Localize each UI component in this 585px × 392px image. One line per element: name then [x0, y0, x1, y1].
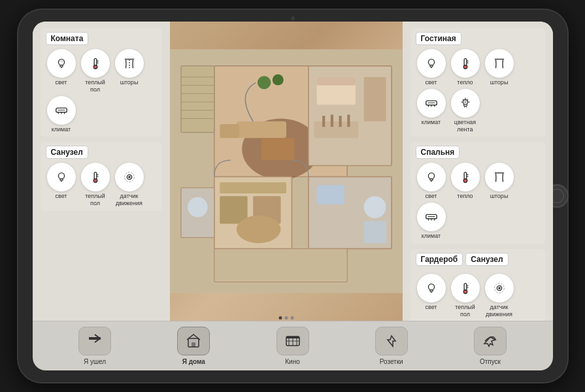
svg-rect-44	[316, 185, 344, 204]
svg-line-75	[462, 99, 463, 100]
svg-rect-84	[494, 172, 504, 174]
tab-rozetki-icon-wrap	[375, 327, 408, 355]
dot-1	[278, 316, 282, 319]
screen: Комната с	[33, 22, 553, 370]
tab-ya-ushel-label: Я ушел	[84, 358, 106, 365]
cinema-icon	[284, 332, 302, 350]
spalnya-shtory-btn[interactable]	[485, 163, 514, 191]
garderob-svet-btn[interactable]	[417, 274, 446, 302]
komnata-teplo-btn[interactable]	[81, 49, 110, 78]
tablet-frame: Комната с	[18, 10, 567, 382]
komnata-klimat: климат	[46, 96, 77, 133]
spalnya-klimat-btn[interactable]	[417, 203, 446, 231]
dot-2	[284, 316, 288, 319]
thermo-icon2	[88, 170, 103, 184]
sanuzell-teplo-label: теплыйпол	[85, 193, 105, 207]
bulb-icon2	[54, 170, 69, 184]
svg-point-98	[498, 287, 501, 289]
bulb-icon4	[424, 170, 439, 184]
svg-rect-38	[314, 122, 358, 138]
gostinaya-tsvet-btn[interactable]	[451, 89, 480, 118]
svg-rect-92	[464, 284, 467, 291]
svg-rect-42	[347, 115, 350, 127]
room-sanuzell: Санузел свет	[41, 142, 162, 211]
garderob-label-row: Гардероб Санузел	[416, 253, 540, 270]
sanuzell-datchik-btn[interactable]	[115, 163, 144, 191]
svg-rect-2	[94, 59, 97, 66]
svg-rect-39	[322, 116, 325, 127]
thermo-icon4	[458, 170, 473, 184]
curtain-icon	[122, 56, 137, 71]
svg-rect-14	[94, 172, 97, 180]
garderob-controls: свет теплыйпол	[416, 274, 540, 318]
svg-point-12	[58, 173, 64, 179]
garderob-teplo-btn[interactable]	[451, 274, 480, 302]
garderob-datchik-label: датчикдвижения	[486, 304, 512, 318]
komnata-svet: свет	[46, 49, 77, 93]
komnata-svet-label: свет	[55, 79, 67, 86]
svg-rect-63	[494, 59, 504, 60]
spalnya-teplo-label: тепло	[457, 193, 473, 200]
spalnya-controls: свет тепло	[416, 163, 540, 240]
sanuzell-datchik-label: датчикдвижения	[116, 193, 142, 207]
gostinaya-teplo-btn[interactable]	[451, 49, 480, 78]
svg-point-57	[428, 59, 434, 65]
svg-rect-25	[220, 124, 239, 138]
komnata-shtory-btn[interactable]	[115, 49, 144, 78]
komnata-klimat-btn[interactable]	[47, 96, 76, 125]
spalnya-svet-btn[interactable]	[417, 163, 446, 191]
garderob-svet-label: свет	[425, 304, 437, 311]
tab-bar: Я ушел Я дома	[33, 321, 553, 370]
room-garderob: Гардероб Санузел с	[410, 249, 545, 321]
komnata-klimat-label: климат	[52, 126, 71, 133]
garderob-teplo-label: теплыйпол	[455, 304, 475, 318]
spalnya-teplo-btn[interactable]	[451, 163, 480, 191]
komnata-shtory: шторы	[114, 49, 145, 93]
floor-plan-svg	[170, 22, 403, 321]
sanuzell-teplo: теплыйпол	[80, 163, 111, 207]
svg-point-70	[464, 101, 467, 103]
spalnya-svet: свет	[416, 163, 447, 200]
tab-rozetki-label: Розетки	[380, 358, 403, 365]
garderob-datchik-btn[interactable]	[485, 274, 514, 302]
main-content: Комната с	[33, 22, 553, 321]
komnata-controls: свет те	[46, 49, 157, 133]
tab-otpusk-label: Отпуск	[480, 358, 501, 365]
svg-rect-47	[214, 249, 346, 282]
tab-kino[interactable]: Кино	[243, 327, 342, 365]
ac-icon	[54, 103, 69, 118]
svg-point-60	[463, 65, 467, 69]
svg-point-15	[93, 179, 97, 183]
svg-line-74	[467, 99, 467, 100]
camera	[291, 16, 295, 20]
tab-ya-doma[interactable]: Я дома	[144, 327, 243, 365]
tab-rozetki[interactable]: Розетки	[342, 327, 441, 365]
svg-rect-100	[89, 337, 95, 340]
tab-ya-ushel[interactable]: Я ушел	[46, 327, 144, 365]
svg-rect-48	[180, 66, 214, 133]
motion-icon2	[492, 281, 507, 295]
sanuzell-svet-btn[interactable]	[47, 163, 76, 191]
room-sanuzell-label: Санузел	[46, 146, 88, 159]
bulb-icon3	[424, 56, 439, 71]
gostinaya-klimat-btn[interactable]	[417, 89, 446, 118]
room-komnata: Комната с	[41, 28, 162, 137]
gostinaya-klimat-label: климат	[422, 119, 441, 126]
gostinaya-shtory-btn[interactable]	[485, 49, 514, 78]
tab-otpusk[interactable]: Отпуск	[441, 327, 539, 365]
svg-rect-24	[236, 122, 286, 138]
right-panel: Гостиная свет	[403, 22, 553, 321]
gostinaya-tsvet-label: цветнаялента	[454, 119, 476, 133]
svg-point-20	[128, 176, 131, 179]
svg-rect-41	[339, 116, 341, 127]
komnata-svet-btn[interactable]	[47, 49, 76, 78]
svg-point-90	[428, 284, 434, 290]
plane-icon	[481, 332, 499, 350]
gostinaya-svet-btn[interactable]	[417, 49, 446, 78]
thermo-icon3	[458, 56, 473, 71]
svg-point-33	[236, 216, 280, 243]
svg-point-93	[463, 290, 467, 294]
sanuzell-teplo-btn[interactable]	[81, 163, 110, 191]
sanuzell-svet: свет	[46, 163, 77, 207]
gostinaya-klimat: климат	[416, 89, 447, 133]
